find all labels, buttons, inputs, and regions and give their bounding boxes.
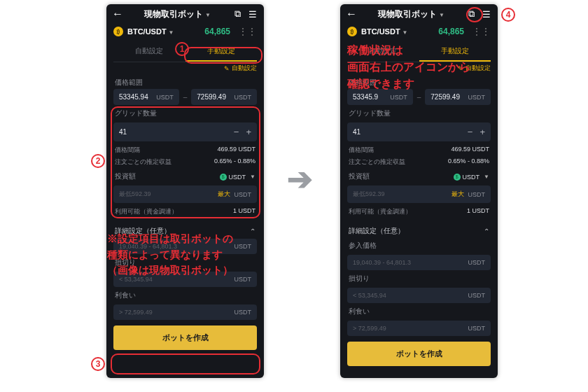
investment-input[interactable]: 最低592.39最大USDT — [347, 186, 491, 203]
anno-box-4 — [466, 7, 483, 22]
pencil-icon: ✎ — [224, 65, 230, 72]
takeprofit-input[interactable]: > 72,599.49USDT — [113, 304, 257, 320]
bot-status-icon[interactable]: ⧉ — [232, 8, 243, 20]
tab-auto[interactable]: 自動設定 — [113, 42, 186, 62]
anno-box-2 — [111, 106, 260, 218]
back-icon[interactable]: ← — [112, 8, 123, 20]
pair-row: ₿ BTC/USDT▼ 64,865 ⋮⋮ — [106, 24, 264, 39]
label-price-range: 価格範囲 — [106, 74, 264, 89]
pair-price: 64,865 — [204, 27, 230, 36]
anno-box-3 — [111, 354, 260, 374]
label-grid-qty: グリッド数量 — [340, 105, 498, 120]
candle-icon[interactable]: ⋮⋮ — [239, 27, 257, 36]
pair-price: 64,865 — [438, 27, 464, 36]
anno-num-3: 3 — [91, 357, 105, 371]
label-entry: 参入価格 — [340, 237, 498, 252]
page-title: 現物取引ボット▼ — [127, 8, 227, 20]
anno-num-2: 2 — [91, 154, 105, 168]
minus-icon[interactable]: − — [468, 127, 473, 137]
label-takeprofit: 利食い — [340, 303, 498, 318]
advanced-header[interactable]: 詳細設定（任意）⌃ — [340, 220, 498, 237]
grid-qty-input[interactable]: 41−+ — [347, 122, 491, 141]
anno-num-1: 1 — [175, 42, 189, 56]
anno-text-2: 稼働状況は 画面右上のアイコンから 確認できます — [347, 42, 470, 92]
anno-box-1 — [184, 47, 262, 64]
chevron-up-icon: ⌃ — [250, 227, 255, 235]
currency-selector[interactable]: $USDT▼ — [454, 174, 489, 181]
arrow-icon: ➔ — [287, 161, 313, 197]
range-high-input[interactable]: 72599.49USDT — [191, 89, 257, 105]
anno-num-4: 4 — [501, 8, 515, 22]
label-stoploss: 損切り — [340, 270, 498, 285]
coin-icon: ₿ — [113, 27, 123, 36]
back-icon[interactable]: ← — [346, 8, 357, 20]
label-takeprofit: 利食い — [106, 287, 264, 302]
doc-icon[interactable]: ☰ — [247, 9, 258, 20]
coin-icon: ₿ — [347, 27, 357, 36]
create-bot-button[interactable]: ボットを作成 — [113, 326, 257, 350]
header-row: ← 現物取引ボット▼ ⧉ ☰ — [106, 4, 264, 24]
entry-input[interactable]: 19,040.39 - 64,801.3USDT — [347, 255, 491, 270]
pair-symbol[interactable]: BTC/USDT▼ — [127, 27, 174, 36]
range-low-input[interactable]: 53345.94USDT — [113, 89, 179, 105]
create-bot-button[interactable]: ボットを作成 — [347, 342, 491, 366]
pair-symbol[interactable]: BTC/USDT▼ — [361, 27, 408, 36]
plus-icon[interactable]: + — [479, 127, 485, 137]
auto-config-link[interactable]: ✎自動設定 — [106, 62, 264, 74]
candle-icon[interactable]: ⋮⋮ — [472, 27, 491, 36]
page-title: 現物取引ボット▼ — [361, 8, 461, 20]
takeprofit-input[interactable]: > 72,599.49USDT — [347, 321, 491, 336]
anno-text-1: ※設定項目は取引ボットの 種類によって異なります （画像は現物取引ボット） — [107, 231, 233, 279]
stoploss-input[interactable]: < 53,345.94USDT — [347, 288, 491, 303]
